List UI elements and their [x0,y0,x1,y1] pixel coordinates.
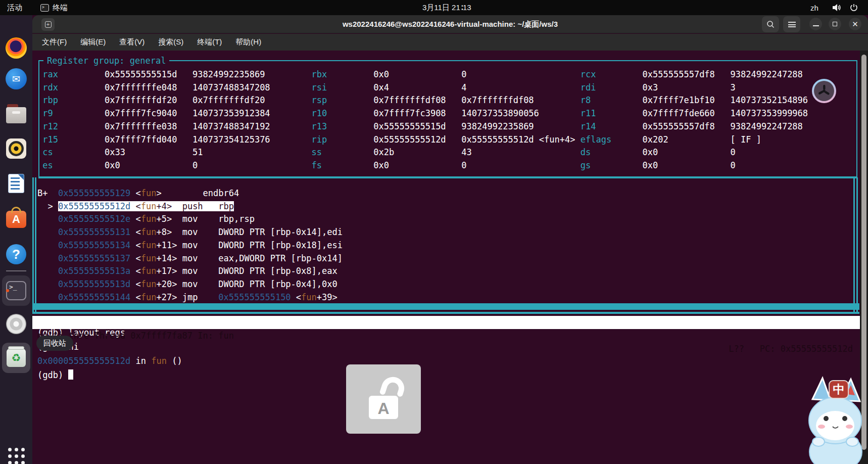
status-right: L?? PC: 0x55555555512d [729,342,853,355]
keyboard-osd: A [346,364,421,434]
menu-bar: 文件(F)编辑(E)查看(V)搜索(S)终端(T)帮助(H) [32,34,868,51]
register-pane-title: Register group: general [43,55,169,66]
dock-item-trash[interactable]: ♻ [5,347,27,369]
thunderbird-icon: ✉ [6,68,27,89]
dock-item-disc[interactable] [5,313,27,335]
dock-item-libreoffice-writer[interactable] [5,172,27,195]
ime-mode-badge[interactable]: 中 [829,380,849,399]
asm-line: 0x555555555134 <fun+11> mov DWORD PTR [r… [37,239,343,252]
dock-item-ubuntu-software[interactable]: A [5,207,27,229]
asm-pane-bottom-border [32,312,859,314]
close-icon: ✕ [852,20,858,28]
disc-icon [6,314,26,334]
dock: ✉ A ? >_ ♻ [0,15,32,464]
register-row: es 0x0 0 fs 0x0 0 gs 0x0 0 [37,159,849,172]
ubuntu-software-icon: A [6,211,26,228]
terminal-icon: > [40,4,49,12]
titlebar[interactable]: + ws2022416246@ws2022416246-virtual-mach… [32,15,868,33]
menu-item-1[interactable]: 编辑(E) [80,37,106,47]
asm-pane-top-border [38,177,857,178]
menu-item-5[interactable]: 帮助(H) [235,37,261,47]
restore-icon [833,22,837,26]
floating-widget-button[interactable] [812,79,836,103]
unlock-icon: A [356,372,411,427]
window-title: ws2022416246@ws2022416246-virtual-machin… [32,15,868,33]
maximize-button[interactable] [829,18,841,30]
dock-item-files[interactable] [5,104,27,126]
asm-line: 0x55555555513a <fun+17> mov DWORD PTR [r… [37,264,337,277]
asm-pane-right-border [856,177,858,314]
asm-line: 0x55555555513d <fun+20> mov DWORD PTR [r… [37,277,337,291]
register-row: r9 0x7ffff7fc9040 140737353912384 r10 0x… [37,107,849,120]
dock-separator [6,270,26,271]
register-row: rbp 0x7fffffffdf20 0x7fffffffdf20 rsp 0x… [37,94,849,107]
input-method-indicator[interactable]: zh [810,0,818,15]
minimize-button[interactable] [809,18,822,30]
asm-line: 0x555555555137 <fun+14> mov eax,DWORD PT… [37,252,343,265]
desktop: 活动 > 终端 3月11日 21∶13 zh ✉ A ? >_ [0,0,868,464]
files-icon [6,107,26,123]
asm-pane-right-border [853,177,855,314]
asm-line: B+ 0x555555555129 <fun> endbr64 [37,187,239,200]
power-icon[interactable] [850,0,858,15]
minimize-icon [813,25,819,26]
gdb-status-bar: multi-thre Thread 0x7ffff7fa87 In: fun L… [32,316,860,329]
asm-line: 0x555555555144 <fun+27> jmp 0x5555555551… [37,291,337,304]
search-button[interactable] [762,16,779,32]
search-icon [766,20,775,28]
rhythmbox-icon [6,138,26,159]
asm-pane-left-border [35,177,36,314]
terminal-cursor [68,369,73,380]
trash-tooltip: 回收站 [36,336,73,351]
gdb-console-line: 0x000055555555512d in fun () [37,354,182,367]
focused-app-indicator[interactable]: > 终端 [40,0,68,15]
close-button[interactable]: ✕ [849,18,861,30]
libreoffice-writer-icon [8,174,24,193]
activities-button[interactable]: 活动 [7,0,22,15]
dock-item-show-apps[interactable] [5,445,27,464]
dock-item-thunderbird[interactable]: ✉ [5,68,27,90]
asm-pane-left-border [32,177,34,314]
asm-pane-bottom-border [32,303,859,310]
menu-item-4[interactable]: 终端(T) [197,37,222,47]
dock-item-terminal[interactable]: >_ [5,280,27,302]
volume-icon[interactable] [833,0,842,15]
asm-line: 0x555555555131 <fun+8> mov DWORD PTR [rb… [37,225,343,239]
asm-line: 0x55555555512e <fun+5> mov rbp,rsp [37,212,255,225]
focused-app-label: 终端 [53,3,68,13]
dock-item-help[interactable]: ? [5,243,27,265]
register-row: rdx 0x7fffffffe048 140737488347208 rsi 0… [37,81,849,94]
register-row: r15 0x7ffff7ffd040 140737354125376 rip 0… [37,133,849,146]
register-row: cs 0x33 51 ss 0x2b 43 ds 0x0 0 [37,146,849,159]
top-bar: 活动 > 终端 3月11日 21∶13 zh [0,0,868,15]
register-row: rax 0x55555555515d 93824992235869 rbx 0x… [37,68,849,81]
terminal-icon: >_ [6,281,26,300]
menu-item-2[interactable]: 查看(V) [119,37,144,47]
trash-icon: ♻ [7,349,26,367]
menu-item-0[interactable]: 文件(F) [42,37,67,47]
firefox-icon [6,37,27,59]
menu-item-3[interactable]: 搜索(S) [158,37,183,47]
asm-line: > 0x55555555512d <fun+4> push rbp [37,200,234,213]
hamburger-icon [788,22,796,27]
running-indicator [6,289,9,292]
show-apps-icon [8,448,25,464]
svg-text:A: A [377,399,389,417]
register-row: r12 0x7fffffffe038 140737488347192 r13 0… [37,120,849,133]
current-instruction-highlight: 0x55555555512d <fun+4> push rbp [58,201,234,211]
gdb-console-line: (gdb) [37,368,73,382]
help-icon: ? [6,244,26,264]
clock[interactable]: 3月11日 21∶13 [422,0,471,15]
dock-item-rhythmbox[interactable] [5,137,27,160]
dock-item-firefox[interactable] [5,37,27,59]
menu-button[interactable] [783,16,800,32]
spinner-icon [814,81,834,101]
